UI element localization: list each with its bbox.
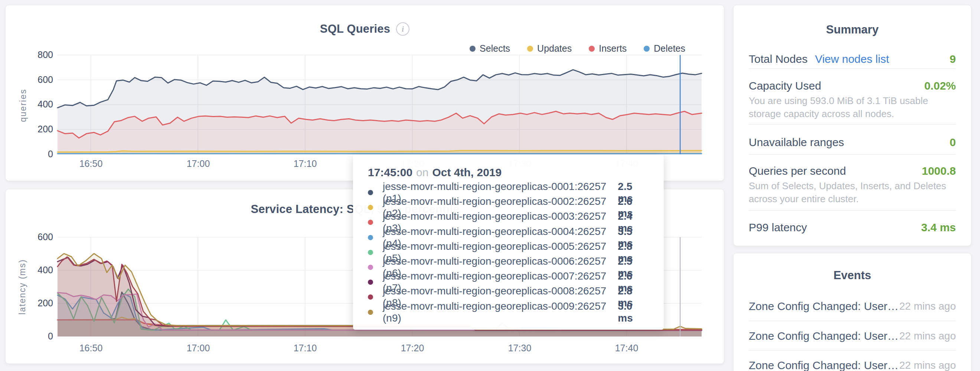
divider xyxy=(749,154,956,155)
tooltip-rows: jesse-movr-multi-region-georeplicas-0001… xyxy=(368,185,649,320)
sql-ytick: 200 xyxy=(12,124,53,134)
unavailable-ranges-row: Unavailable ranges 0 xyxy=(749,133,956,152)
event-row[interactable]: Zone Config Changed: User… 22 mins ago xyxy=(749,328,956,344)
latency-ytick: 0 xyxy=(12,331,53,342)
chart-hover-tooltip: 17:45:00 on Oct 4th, 2019 jesse-movr-mul… xyxy=(353,155,664,330)
legend-item-updates[interactable]: Updates xyxy=(527,43,572,54)
capacity-used-value: 0.02% xyxy=(924,80,956,92)
deletes-dot-icon xyxy=(644,46,650,52)
latency-yaxis-title: latency (ms) xyxy=(18,250,27,324)
divider xyxy=(749,210,956,211)
sql-chart-legend: Selects Updates Inserts Deletes xyxy=(469,43,685,54)
divider xyxy=(749,124,956,125)
divider xyxy=(749,321,956,321)
updates-dot-icon xyxy=(527,46,533,52)
sql-xtick: 17:00 xyxy=(172,158,224,169)
view-nodes-list-link[interactable]: View nodes list xyxy=(815,53,889,66)
selects-dot-icon xyxy=(469,46,476,52)
tooltip-date: Oct 4th, 2019 xyxy=(432,166,501,179)
latency-xtick: 17:20 xyxy=(387,343,438,353)
latency-xtick: 16:50 xyxy=(65,343,117,353)
tooltip-header: 17:45:00 on Oct 4th, 2019 xyxy=(368,164,649,181)
total-nodes-label: Total Nodes xyxy=(749,53,807,66)
queries-per-second-desc: Sum of Selects, Updates, Inserts, and De… xyxy=(749,179,956,206)
node-color-dot-icon xyxy=(368,310,373,315)
event-title: Zone Config Changed: User… xyxy=(749,300,899,313)
latency-xtick: 17:30 xyxy=(494,343,546,353)
node-color-dot-icon xyxy=(368,235,373,240)
node-color-dot-icon xyxy=(368,280,373,285)
node-color-dot-icon xyxy=(368,220,373,225)
node-color-dot-icon xyxy=(368,250,373,255)
sql-ytick: 600 xyxy=(12,74,53,85)
node-name: jesse-movr-multi-region-georeplicas-0009… xyxy=(383,301,618,324)
p99-latency-value: 3.4 ms xyxy=(921,221,956,234)
tooltip-row-n9: jesse-movr-multi-region-georeplicas-0009… xyxy=(368,305,649,320)
event-row[interactable]: Zone Config Changed: User… 22 mins ago xyxy=(749,358,956,371)
sql-xtick: 16:50 xyxy=(65,158,117,169)
p99-latency-label: P99 latency xyxy=(749,221,807,234)
event-time: 22 mins ago xyxy=(899,360,956,371)
legend-item-inserts[interactable]: Inserts xyxy=(589,43,627,54)
divider xyxy=(749,69,956,69)
latency-xtick: 17:10 xyxy=(279,343,331,353)
tooltip-on: on xyxy=(416,166,428,179)
queries-per-second-label: Queries per second xyxy=(749,165,846,178)
unavailable-ranges-value: 0 xyxy=(950,136,956,149)
sql-ytick: 400 xyxy=(12,99,53,110)
legend-label: Updates xyxy=(537,43,572,54)
inserts-dot-icon xyxy=(589,46,595,52)
total-nodes-value: 9 xyxy=(950,53,956,66)
summary-panel: Summary Total Nodes View nodes list 9 Ca… xyxy=(733,5,972,246)
node-color-dot-icon xyxy=(368,294,373,300)
divider xyxy=(749,350,956,350)
node-color-dot-icon xyxy=(368,205,373,210)
legend-item-selects[interactable]: Selects xyxy=(469,43,510,54)
events-title: Events xyxy=(733,269,971,282)
node-color-dot-icon xyxy=(368,265,373,270)
sql-ytick: 800 xyxy=(12,50,53,60)
event-title: Zone Config Changed: User… xyxy=(749,330,899,342)
summary-title: Summary xyxy=(733,23,971,37)
event-title: Zone Config Changed: User… xyxy=(749,359,899,371)
sql-chart-title: SQL Queries xyxy=(320,22,390,36)
sql-xtick: 17:10 xyxy=(279,158,331,169)
sql-ytick: 0 xyxy=(12,149,53,160)
cluster-overview-page: { "sql_chart": { "title": "SQL Queries",… xyxy=(0,0,980,371)
tooltip-time: 17:45:00 xyxy=(368,166,412,179)
node-latency-value: 3.0 ms xyxy=(618,301,649,324)
capacity-used-label: Capacity Used xyxy=(749,80,821,92)
sql-queries-plot[interactable] xyxy=(57,55,702,154)
latency-xtick: 17:40 xyxy=(601,343,652,353)
capacity-used-row: Capacity Used 0.02% xyxy=(749,77,956,95)
legend-label: Selects xyxy=(480,43,510,54)
latency-ytick: 200 xyxy=(12,298,53,309)
capacity-used-desc: You are using 593.0 MiB of 3.1 TiB usabl… xyxy=(749,94,956,120)
legend-label: Deletes xyxy=(654,43,685,54)
latency-xtick: 17:00 xyxy=(172,343,224,353)
queries-per-second-row: Queries per second 1000.8 xyxy=(749,162,956,180)
event-row[interactable]: Zone Config Changed: User… 22 mins ago xyxy=(749,299,956,314)
event-time: 22 mins ago xyxy=(899,301,956,312)
latency-ytick: 400 xyxy=(12,265,53,275)
sql-chart-title-row: SQL Queries i xyxy=(6,22,724,36)
info-icon[interactable]: i xyxy=(396,22,409,36)
node-color-dot-icon xyxy=(368,190,373,195)
event-time: 22 mins ago xyxy=(899,330,956,342)
p99-latency-row: P99 latency 3.4 ms xyxy=(749,218,956,237)
legend-label: Inserts xyxy=(599,43,627,54)
unavailable-ranges-label: Unavailable ranges xyxy=(749,136,844,149)
legend-item-deletes[interactable]: Deletes xyxy=(644,43,685,54)
total-nodes-row: Total Nodes View nodes list 9 xyxy=(749,48,956,70)
events-panel: Events Zone Config Changed: User… 22 min… xyxy=(733,253,972,371)
queries-per-second-value: 1000.8 xyxy=(922,165,956,178)
latency-ytick: 600 xyxy=(12,232,53,242)
